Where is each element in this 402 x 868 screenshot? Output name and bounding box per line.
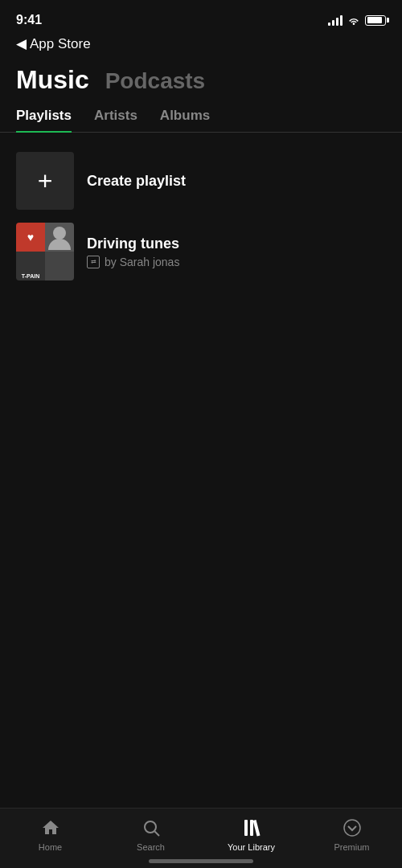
svg-rect-4 [250, 820, 253, 836]
tabs-bar: Playlists Artists Albums [0, 95, 402, 133]
thumb-cell-text: T-PAIN [16, 252, 45, 280]
nav-item-home[interactable]: Home [0, 817, 100, 852]
thumb-cell-dark [45, 252, 74, 280]
status-icons [328, 14, 386, 26]
svg-point-5 [344, 820, 360, 836]
music-tab-header[interactable]: Music [16, 65, 89, 95]
podcasts-tab-header[interactable]: Podcasts [105, 68, 206, 94]
app-store-label: App Store [30, 36, 91, 52]
list-item[interactable]: ♥ T-PAIN Driving tunes ⇄ by Sarah j [0, 216, 402, 287]
status-time: 9:41 [16, 13, 42, 27]
tab-playlists[interactable]: Playlists [16, 108, 72, 132]
plus-icon: + [38, 166, 53, 196]
svg-point-0 [53, 227, 66, 240]
wifi-icon [347, 15, 360, 25]
nav-item-premium[interactable]: Premium [302, 817, 402, 852]
home-icon [39, 817, 62, 839]
nav-item-search[interactable]: Search [100, 817, 201, 852]
playlist-meta: ⇄ by Sarah jonas [87, 256, 179, 268]
home-indicator [149, 859, 253, 863]
nav-label-library: Your Library [228, 842, 275, 852]
app-store-back[interactable]: ◀ App Store [0, 35, 402, 59]
create-playlist-item[interactable]: + Create playlist [0, 145, 402, 216]
playlist-thumbnail: ♥ T-PAIN [16, 223, 74, 280]
status-bar: 9:41 [0, 0, 402, 35]
signal-icon [328, 14, 343, 26]
playlist-info: Driving tunes ⇄ by Sarah jonas [87, 235, 179, 268]
svg-line-2 [154, 832, 159, 837]
tab-albums[interactable]: Albums [160, 108, 210, 132]
library-icon [240, 817, 263, 839]
premium-icon [341, 817, 363, 839]
nav-label-home: Home [39, 842, 62, 852]
content-area: + Create playlist ♥ T-PAIN Driving tune [0, 133, 402, 300]
create-playlist-thumb: + [16, 152, 74, 210]
nav-label-search: Search [137, 842, 165, 852]
create-playlist-label: Create playlist [87, 173, 186, 190]
tab-artists[interactable]: Artists [94, 108, 137, 132]
svg-point-1 [145, 821, 156, 833]
back-arrow-icon: ◀ [16, 35, 27, 52]
nav-label-premium: Premium [334, 842, 369, 852]
playlist-collab-icon: ⇄ [87, 256, 100, 268]
heart-icon: ♥ [27, 231, 34, 244]
svg-rect-3 [244, 820, 248, 836]
playlist-author: by Sarah jonas [105, 256, 179, 268]
nav-item-library[interactable]: Your Library [201, 817, 302, 852]
thumb-cell-heart: ♥ [16, 223, 45, 252]
battery-icon [365, 15, 386, 26]
thumb-cell-photo [45, 223, 74, 252]
playlist-name: Driving tunes [87, 235, 179, 252]
header: Music Podcasts [0, 59, 402, 95]
search-icon [140, 817, 162, 839]
